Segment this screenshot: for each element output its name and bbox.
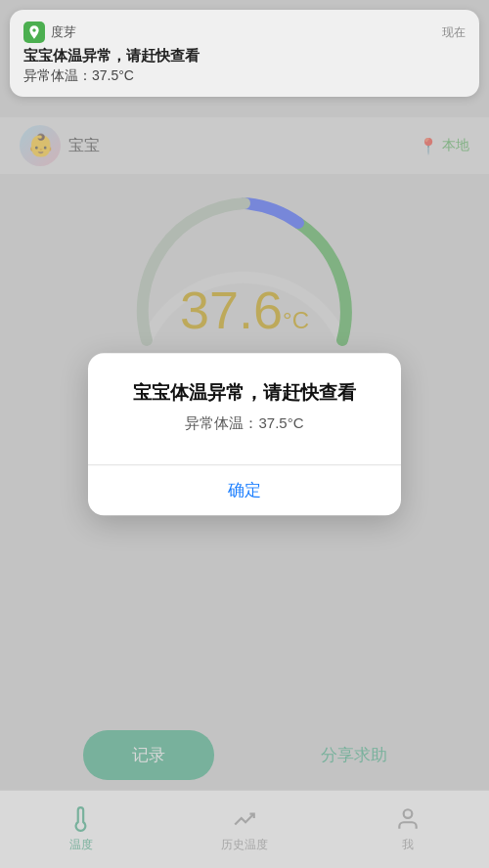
alert-confirm-button[interactable]: 确定: [88, 465, 401, 515]
notification-header: 度芽 现在: [23, 22, 466, 43]
notification-app-info: 度芽: [23, 22, 76, 43]
alert-title: 宝宝体温异常，请赶快查看: [111, 380, 378, 407]
notification-title: 宝宝体温异常，请赶快查看: [23, 47, 466, 65]
notification-banner[interactable]: 度芽 现在 宝宝体温异常，请赶快查看 异常体温：37.5°C: [10, 10, 479, 97]
notification-app-name: 度芽: [51, 23, 76, 41]
notification-time: 现在: [442, 24, 466, 41]
alert-dialog: 宝宝体温异常，请赶快查看 异常体温：37.5°C 确定: [88, 353, 401, 515]
notification-body: 异常体温：37.5°C: [23, 67, 466, 85]
app-icon: [23, 22, 45, 43]
alert-message: 异常体温：37.5°C: [111, 414, 378, 433]
alert-body: 宝宝体温异常，请赶快查看 异常体温：37.5°C: [88, 353, 401, 449]
